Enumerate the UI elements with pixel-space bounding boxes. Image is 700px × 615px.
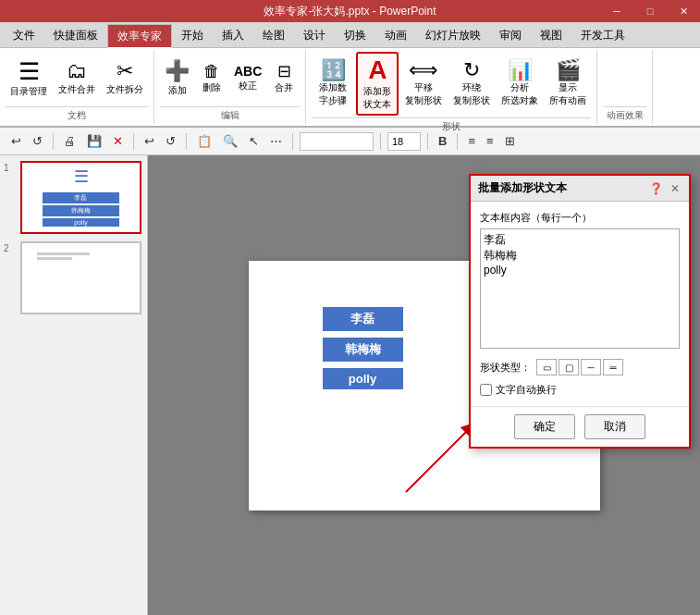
group-shape-content: 🔢 添加数 字步骤 A 添加形 状文本 ⟺ 平移 复制形状 ↻ 环绕 复制形状 … bbox=[312, 52, 591, 116]
tab-draw[interactable]: 绘图 bbox=[253, 23, 294, 47]
name-box-3[interactable]: polly bbox=[323, 368, 403, 389]
tab-slideshow[interactable]: 幻灯片放映 bbox=[416, 23, 490, 47]
correct-label: 校正 bbox=[239, 80, 257, 92]
toolbar-print[interactable]: 🖨 bbox=[60, 132, 80, 150]
dialog-help-icon[interactable]: ❓ bbox=[647, 182, 665, 195]
minimize-button[interactable]: ─ bbox=[600, 0, 633, 22]
delete-label: 删除 bbox=[203, 81, 221, 94]
merge-icon: ⊟ bbox=[277, 62, 291, 82]
translate-copy-button[interactable]: ⟺ 平移 复制形状 bbox=[400, 56, 447, 110]
toolbar-cursor[interactable]: ↖ bbox=[245, 132, 263, 150]
toolbar-grid[interactable]: ⊞ bbox=[501, 132, 519, 150]
tab-efficiency[interactable]: 效率专家 bbox=[107, 24, 172, 48]
toolbar-copy[interactable]: 📋 bbox=[193, 132, 215, 150]
main-area: 1 ☰ 李磊 韩梅梅 polly 什么是直接买 2 bbox=[0, 155, 700, 615]
toolbar-align-left[interactable]: ≡ bbox=[464, 132, 479, 150]
add-shape-text-label: 添加形 状文本 bbox=[363, 85, 391, 111]
split-file-icon: ✂ bbox=[117, 60, 133, 82]
tab-design[interactable]: 设计 bbox=[294, 23, 335, 47]
slide-1-inner: ☰ 李磊 韩梅梅 polly 什么是直接买 bbox=[22, 163, 140, 232]
dialog-title-icons: ❓ ✕ bbox=[647, 182, 682, 195]
merge-file-button[interactable]: 🗂 文件合并 bbox=[54, 57, 100, 98]
toolbar-row: ↩ ↺ 🖨 💾 ✕ ↩ ↺ 📋 🔍 ↖ ⋯ B ≡ ≡ ⊞ bbox=[0, 128, 700, 155]
ribbon: ☰ 目录管理 🗂 文件合并 ✂ 文件拆分 文档 ➕ 添加 🗑 删除 bbox=[0, 48, 700, 128]
group-animation-content bbox=[603, 52, 646, 105]
add-shape-text-icon: A bbox=[368, 56, 387, 85]
slide-1-number: 1 bbox=[4, 163, 9, 173]
tab-start[interactable]: 开始 bbox=[172, 23, 213, 47]
toolbar-save[interactable]: 💾 bbox=[83, 132, 105, 150]
toolbar-undo2[interactable]: ↩ bbox=[141, 132, 158, 150]
toolbar-close-x[interactable]: ✕ bbox=[109, 132, 127, 150]
name-box-2[interactable]: 韩梅梅 bbox=[323, 338, 403, 362]
toolbar-redo[interactable]: ↺ bbox=[29, 132, 46, 150]
slide-1-thumb[interactable]: ☰ 李磊 韩梅梅 polly 什么是直接买 bbox=[20, 161, 141, 234]
slide-1-name3: polly bbox=[43, 218, 119, 227]
tab-view[interactable]: 视图 bbox=[531, 23, 571, 47]
toolbar-more[interactable]: ⋯ bbox=[266, 132, 286, 150]
group-animation-label: 动画效果 bbox=[603, 106, 646, 124]
add-numbered-button[interactable]: 🔢 添加数 字步骤 bbox=[312, 56, 354, 110]
slide-2-inner bbox=[22, 243, 140, 313]
merge-button[interactable]: ⊟ 合并 bbox=[268, 60, 300, 97]
autowrap-label: 文字自动换行 bbox=[496, 383, 557, 397]
show-all-button[interactable]: 🎬 显示 所有动画 bbox=[545, 56, 591, 110]
toolbar-align-center[interactable]: ≡ bbox=[483, 132, 497, 150]
shape-type-round-rect[interactable]: ▢ bbox=[559, 359, 579, 375]
cancel-button[interactable]: 取消 bbox=[584, 414, 645, 439]
analyze-label: 分析 所选对象 bbox=[501, 81, 538, 107]
shape-type-rect[interactable]: ▭ bbox=[536, 359, 557, 375]
slide-name-input[interactable] bbox=[300, 132, 374, 151]
dialog-textarea[interactable]: 李磊 韩梅梅 polly bbox=[480, 228, 680, 349]
maximize-button[interactable]: □ bbox=[633, 0, 667, 22]
delete-icon: 🗑 bbox=[203, 62, 220, 82]
divider-3 bbox=[186, 133, 187, 150]
dialog-title-bar: 批量添加形状文本 ❓ ✕ bbox=[471, 176, 689, 202]
correct-button[interactable]: ABC 校正 bbox=[229, 62, 266, 94]
toolbar-redo2[interactable]: ↺ bbox=[162, 132, 179, 150]
name-box-1[interactable]: 李磊 bbox=[323, 307, 403, 331]
add-button[interactable]: ➕ 添加 bbox=[160, 57, 194, 98]
font-size-input[interactable] bbox=[387, 132, 421, 151]
catalog-button[interactable]: ☰ 目录管理 bbox=[6, 55, 52, 101]
slide-2-thumb[interactable] bbox=[20, 241, 141, 314]
tab-quickaccess[interactable]: 快捷面板 bbox=[44, 23, 107, 47]
slide-1-name2: 韩梅梅 bbox=[43, 205, 119, 216]
ok-button[interactable]: 确定 bbox=[514, 414, 575, 439]
tab-review[interactable]: 审阅 bbox=[490, 23, 531, 47]
divider-5 bbox=[380, 133, 381, 150]
catalog-icon: ☰ bbox=[18, 58, 40, 85]
tab-transition[interactable]: 切换 bbox=[335, 23, 375, 47]
slide-1-name1: 李磊 bbox=[43, 192, 119, 203]
slide-2-number: 2 bbox=[4, 243, 9, 253]
delete-button[interactable]: 🗑 删除 bbox=[196, 60, 227, 97]
shape-type-label: 形状类型： bbox=[480, 361, 531, 375]
shape-type-line2[interactable]: ═ bbox=[603, 359, 623, 375]
slide-1-container: 1 ☰ 李磊 韩梅梅 polly 什么是直接买 bbox=[20, 161, 141, 234]
correct-icon: ABC bbox=[234, 64, 262, 80]
group-document-content: ☰ 目录管理 🗂 文件合并 ✂ 文件拆分 bbox=[6, 52, 148, 105]
tab-developer[interactable]: 开发工具 bbox=[571, 23, 634, 47]
tab-insert[interactable]: 插入 bbox=[213, 23, 253, 47]
analyze-button[interactable]: 📊 分析 所选对象 bbox=[497, 56, 543, 110]
toolbar-bold[interactable]: B bbox=[435, 132, 450, 150]
divider-4 bbox=[292, 133, 293, 150]
close-button[interactable]: ✕ bbox=[667, 0, 700, 22]
split-file-button[interactable]: ✂ 文件拆分 bbox=[102, 57, 148, 98]
rotate-copy-icon: ↻ bbox=[463, 59, 480, 81]
toolbar-search[interactable]: 🔍 bbox=[219, 132, 241, 150]
shape-type-line1[interactable]: ─ bbox=[581, 359, 601, 375]
ribbon-tabs: 文件 快捷面板 效率专家 开始 插入 绘图 设计 切换 动画 幻灯片放映 审阅 … bbox=[0, 22, 700, 48]
autowrap-checkbox[interactable] bbox=[480, 384, 492, 396]
group-edit-content: ➕ 添加 🗑 删除 ABC 校正 ⊟ 合并 bbox=[160, 52, 300, 105]
dialog-title-text: 批量添加形状文本 bbox=[478, 180, 567, 196]
tab-file[interactable]: 文件 bbox=[4, 23, 44, 47]
add-numbered-icon: 🔢 bbox=[321, 59, 346, 81]
toolbar-undo[interactable]: ↩ bbox=[7, 132, 25, 150]
tab-animation[interactable]: 动画 bbox=[375, 23, 416, 47]
rotate-copy-button[interactable]: ↻ 环绕 复制形状 bbox=[448, 56, 495, 110]
translate-copy-label: 平移 复制形状 bbox=[405, 81, 442, 107]
dialog-close-icon[interactable]: ✕ bbox=[669, 182, 682, 195]
dialog-section-label: 文本框内容（每行一个） bbox=[480, 211, 680, 225]
add-shape-text-button[interactable]: A 添加形 状文本 bbox=[356, 52, 399, 116]
